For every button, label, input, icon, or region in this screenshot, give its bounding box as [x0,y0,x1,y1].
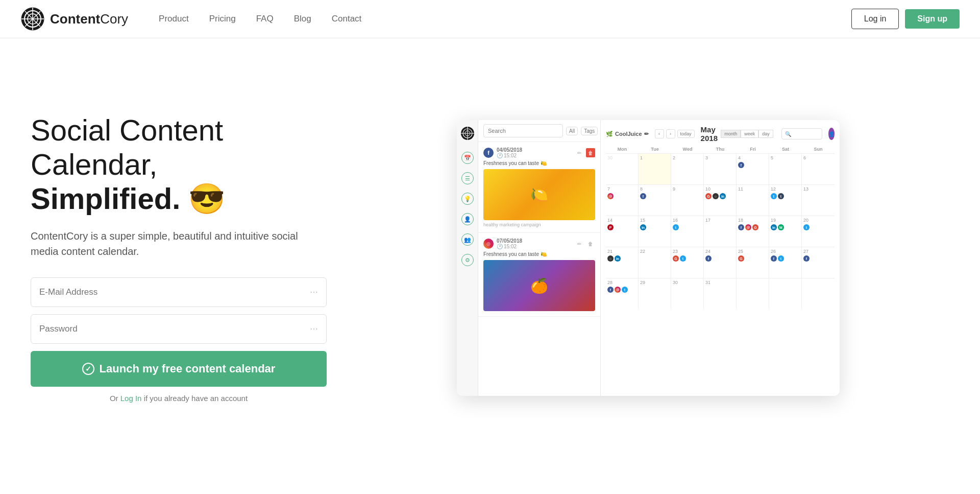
dot-tu-12: t [778,193,784,199]
feed-search-input[interactable] [483,124,563,137]
post-1-delete-btn[interactable]: 🗑 [586,148,595,157]
login-button[interactable]: Log in [851,9,899,29]
feed-all-btn[interactable]: All [566,127,578,135]
cal-day-btn[interactable]: day [758,130,773,138]
password-field-group: ⋯ [31,314,327,344]
dot-li-19: in [771,224,777,230]
login-hint-link[interactable]: Log In [120,394,142,403]
dot-fb-24: f [705,255,712,262]
dot-tw-23: t [680,255,686,262]
cal-day-14: 14 P [606,216,639,247]
cta-button[interactable]: ✓ Launch my free content calendar [31,351,327,387]
clock-icon: 🕐 [497,153,503,158]
post-2-ig-icon: ◎ [483,239,494,249]
cal-today-btn[interactable]: today [677,130,695,138]
dot-fb-27: f [803,255,810,262]
cal-day-wed: Wed [671,147,704,152]
cal-next-btn[interactable]: › [666,129,675,138]
post-2-caption: Freshness you can taste 🍋 [483,251,595,257]
cal-day-13: 13 [802,185,835,216]
dot-ig-28: ◎ [615,287,621,293]
password-dots-icon: ⋯ [310,324,318,334]
login-hint: Or Log In if you already have an account [31,394,327,403]
cal-prev-btn[interactable]: ‹ [655,129,664,138]
dot-fb-18: f [738,224,744,230]
email-input[interactable] [39,287,310,297]
sidebar-settings-icon[interactable]: ⚙ [461,254,474,266]
post-1-caption: Freshness you can taste 🍋 [483,160,595,166]
cal-day-7: 7 ◎ [606,185,639,216]
cal-days-header: Mon Tue Wed Thu Fri Sat Sun [606,147,835,152]
dot-ig-7: ◎ [607,193,614,199]
cal-day-8: 8 f [639,185,671,216]
cal-day-27: 27 f [802,247,835,278]
cta-label: Launch my free content calendar [100,362,276,375]
post-2-date-info: 07/05/2018 🕐 15:02 [497,238,572,249]
signup-button[interactable]: Sign up [905,9,960,29]
nav-product[interactable]: Product [159,14,189,24]
nav-pricing[interactable]: Pricing [209,14,236,24]
clock-icon-2: 🕐 [497,244,503,249]
dot-li-21: in [615,255,621,262]
sidebar-logo-icon [460,126,475,140]
sidebar-list-icon[interactable]: ☰ [461,172,474,184]
cal-day-22: 22 [639,247,671,278]
cal-day-31: 31 [704,278,737,309]
logo-icon [20,7,45,31]
sidebar-users-icon[interactable]: 👥 [461,233,474,246]
title-emoji: 😎 [188,182,225,215]
nav-faq[interactable]: FAQ [256,14,274,24]
password-input-wrapper[interactable]: ⋯ [31,314,327,344]
cal-edit-icon[interactable]: ✏ [644,131,649,137]
post-1-edit-btn[interactable]: ✏ [575,148,584,157]
cal-week-4: 21 ○ in 22 23 G [606,247,835,278]
app-screenshot: 📅 ☰ 💡 👤 👥 ⚙ All Tags f [457,120,840,396]
hero-title: Social Content Calendar, Simplified. 😎 [31,113,327,216]
cal-day-21: 21 ○ in [606,247,639,278]
post-1-actions: ✏ 🗑 [575,148,595,157]
feed-post-2: ◎ 07/05/2018 🕐 15:02 ✏ 🗑 [478,233,600,317]
cal-search-input[interactable] [781,128,822,139]
post-1-time: 🕐 15:02 [497,153,572,158]
feed-header: All Tags [478,120,600,142]
post-2-meta: ◎ 07/05/2018 🕐 15:02 ✏ 🗑 [483,238,595,249]
email-dots-icon: ⋯ [310,287,318,297]
dot-gp-23: G [673,255,679,262]
dot-fb-26: f [771,255,777,262]
logo[interactable]: ContentCory [20,7,128,31]
post-1-tags: healthy marketing campaign [483,222,595,227]
cal-day-2: 2 [671,154,704,184]
cal-day-sat: Sat [769,147,802,152]
post-2-edit-btn[interactable]: ✏ [575,239,584,248]
nav-blog[interactable]: Blog [294,14,311,24]
cal-day-10: 10 G ○ in [704,185,737,216]
post-2-delete-btn[interactable]: 🗑 [586,239,595,248]
sidebar-user-icon[interactable]: 👤 [461,213,474,225]
dot-tw-26: t [778,255,784,262]
cal-brand-icon: 🌿 [606,131,613,137]
dot-bk-21: ○ [607,255,614,262]
feed-tags-btn[interactable]: Tags [581,127,598,135]
logo-text: ContentCory [50,11,128,27]
cal-grid: Mon Tue Wed Thu Fri Sat Sun 30 [606,147,835,309]
password-input[interactable] [39,324,310,334]
email-input-wrapper[interactable]: ⋯ [31,277,327,307]
cal-month-title: May 2018 [701,125,718,143]
navbar: ContentCory Product Pricing FAQ Blog Con… [0,0,980,38]
cal-day-thu: Thu [704,147,737,152]
cal-nav: ‹ › today [655,129,695,138]
hero-left: Social Content Calendar, Simplified. 😎 C… [31,113,347,402]
cal-day-9: 9 [671,185,704,216]
dot-bk-10: ○ [713,193,719,199]
cal-day-23: 23 G t [671,247,704,278]
cal-week-btn[interactable]: week [741,130,758,138]
sidebar-idea-icon[interactable]: 💡 [461,193,474,205]
hero-section: Social Content Calendar, Simplified. 😎 C… [0,38,980,478]
cal-day-15: 15 in [639,216,671,247]
cal-month-btn[interactable]: month [721,130,741,138]
cal-day-jun3 [802,278,835,309]
sidebar-calendar-icon[interactable]: 📅 [461,152,474,164]
nav-contact[interactable]: Contact [332,14,362,24]
cal-day-tue: Tue [639,147,671,152]
cal-day-fri: Fri [737,147,769,152]
